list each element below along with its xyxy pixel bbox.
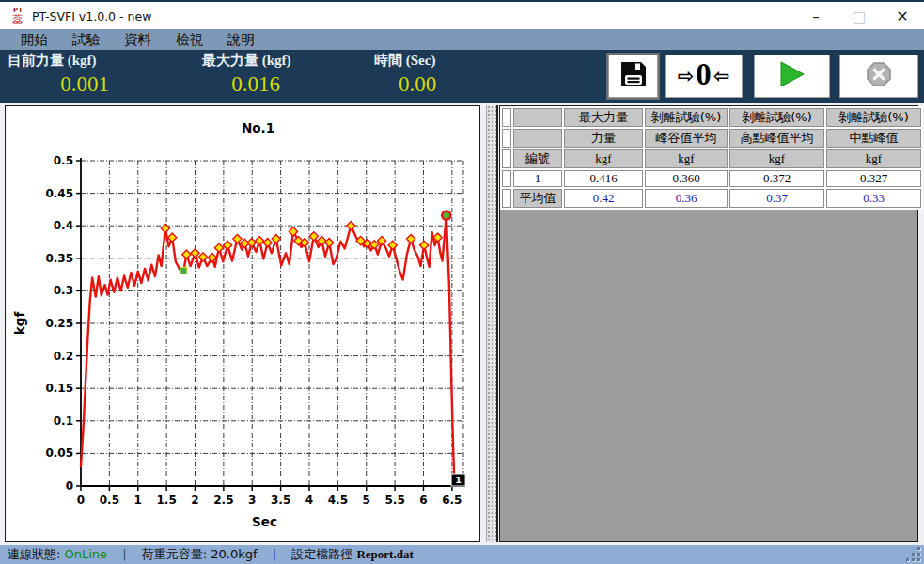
header-cell: 中點峰值: [826, 129, 921, 148]
unit-cell: kgf: [826, 149, 921, 168]
capacity-label: 荷重元容量:: [142, 547, 207, 561]
minimize-button[interactable]: –: [794, 4, 838, 30]
header-cell: [513, 108, 562, 127]
header-cell: 剝離試驗(%): [729, 108, 824, 127]
header-cell: 力量: [564, 129, 643, 148]
svg-text:6: 6: [419, 494, 427, 507]
svg-text:No.1: No.1: [242, 120, 274, 135]
resize-grip[interactable]: [906, 547, 920, 561]
time-label: 時間 (Sec): [374, 52, 435, 70]
max-force-label: 最大力量 (kgf): [202, 52, 291, 70]
results-panel: 最大力量 剝離試驗(%) 剝離試驗(%) 剝離試驗(%) 力量 峰谷值平均 高點…: [499, 105, 918, 542]
close-button[interactable]: ✕: [881, 4, 924, 30]
row-selector-cell: [502, 129, 511, 148]
save-button[interactable]: [608, 55, 658, 98]
arrow-left-icon: ⇦: [713, 67, 730, 86]
stop-octagon-icon: [866, 61, 892, 91]
header-cell: 剝離試驗(%): [645, 108, 728, 127]
unit-cell: kgf: [645, 149, 728, 168]
row-selector-cell[interactable]: [502, 189, 511, 208]
svg-text:0.5: 0.5: [54, 154, 73, 167]
results-table: 最大力量 剝離試驗(%) 剝離試驗(%) 剝離試驗(%) 力量 峰谷值平均 高點…: [500, 106, 923, 210]
svg-text:1: 1: [134, 494, 142, 507]
table-average-row: 平均值 0.42 0.36 0.37 0.33: [502, 189, 921, 208]
svg-text:0: 0: [66, 479, 73, 493]
panel-splitter[interactable]: [486, 105, 498, 542]
svg-text:0.4: 0.4: [54, 219, 73, 232]
header-cell: 高點峰值平均: [729, 129, 824, 148]
average-cell: 0.42: [564, 189, 643, 208]
row-selector-cell: [502, 149, 511, 168]
menu-item-help[interactable]: 說明: [215, 29, 267, 50]
play-icon: [779, 60, 806, 92]
menu-item-data[interactable]: 資料: [112, 29, 164, 50]
maximize-button[interactable]: □: [838, 4, 881, 30]
arrow-right-icon: ⇨: [678, 67, 695, 86]
average-cell: 0.36: [645, 189, 728, 208]
svg-text:4: 4: [305, 494, 313, 507]
svg-text:2.5: 2.5: [213, 494, 233, 507]
row-label: 平均值: [513, 189, 562, 208]
svg-text:6.5: 6.5: [442, 494, 462, 507]
status-separator: |: [273, 547, 276, 561]
svg-text:0.05: 0.05: [45, 446, 73, 460]
menu-item-start[interactable]: 開始: [8, 29, 60, 50]
menu-item-test[interactable]: 試驗: [60, 29, 112, 50]
app-icon-seal: 蕊: [8, 15, 27, 24]
average-cell: 0.37: [729, 189, 824, 208]
svg-text:kgf: kgf: [12, 312, 27, 336]
window-title: PT-SVFI v1.0.0 - new: [32, 9, 151, 24]
svg-text:1.5: 1.5: [156, 494, 176, 507]
svg-text:3: 3: [248, 494, 256, 507]
path-label: 設定檔路徑: [291, 547, 352, 561]
average-cell: 0.33: [826, 189, 921, 208]
svg-text:0: 0: [77, 494, 85, 507]
row-label: 1: [513, 170, 562, 187]
value-cell: 0.416: [564, 170, 643, 187]
unit-cell: kgf: [564, 149, 643, 168]
svg-text:0.45: 0.45: [45, 187, 73, 200]
svg-text:4.5: 4.5: [328, 494, 348, 507]
svg-text:0.5: 0.5: [100, 494, 119, 507]
path-value: Report.dat: [356, 547, 413, 561]
table-header-row-1: 最大力量 剝離試驗(%) 剝離試驗(%) 剝離試驗(%): [502, 108, 921, 127]
table-row: 1 0.416 0.360 0.372 0.327: [502, 170, 921, 187]
svg-text:5.5: 5.5: [384, 494, 404, 507]
current-force-label: 目前力量 (kgf): [8, 52, 97, 70]
zero-reset-button[interactable]: ⇨ 0 ⇦: [665, 55, 743, 98]
value-cell: 0.372: [729, 170, 824, 187]
menu-bar: 開始 試驗 資料 檢視 說明: [0, 29, 924, 50]
status-separator: |: [122, 547, 126, 561]
table-header-row-2: 力量 峰谷值平均 高點峰值平均 中點峰值: [502, 129, 921, 148]
svg-text:2: 2: [191, 494, 198, 507]
table-units-row: 編號 kgf kgf kgf kgf: [502, 149, 921, 168]
svg-text:0.35: 0.35: [45, 252, 73, 265]
svg-text:0.25: 0.25: [45, 317, 73, 330]
svg-text:Sec: Sec: [252, 514, 277, 529]
svg-text:0.1: 0.1: [54, 415, 73, 428]
capacity-value: 20.0kgf: [211, 547, 257, 561]
start-button[interactable]: [754, 55, 830, 98]
zero-digit: 0: [696, 59, 712, 90]
svg-text:3.5: 3.5: [271, 494, 290, 507]
unit-cell: kgf: [729, 149, 824, 168]
current-force-value: 0.001: [26, 72, 143, 97]
id-column-header: 編號: [513, 149, 562, 168]
title-bar: PT 蕊 PT-SVFI v1.0.0 - new – □ ✕: [0, 0, 924, 29]
row-selector-cell[interactable]: [502, 170, 511, 187]
row-selector-cell: [502, 108, 511, 127]
value-cell: 0.360: [645, 170, 728, 187]
connection-label: 連線狀態:: [8, 547, 60, 561]
status-bar: 連線狀態: OnLine | 荷重元容量: 20.0kgf | 設定檔路徑 Re…: [0, 544, 924, 564]
menu-item-view[interactable]: 檢視: [164, 29, 215, 50]
chart-panel: 00.050.10.150.20.250.30.350.40.450.500.5…: [5, 105, 480, 542]
header-cell: [513, 129, 562, 148]
svg-text:0.15: 0.15: [45, 382, 73, 395]
floppy-disk-icon: [619, 59, 649, 93]
svg-text:5: 5: [363, 494, 370, 507]
svg-text:0.2: 0.2: [54, 350, 73, 363]
force-time-chart: 00.050.10.150.20.250.30.350.40.450.500.5…: [6, 106, 479, 541]
header-cell: 峰谷值平均: [645, 129, 728, 148]
stop-button[interactable]: [839, 55, 918, 98]
svg-text:1: 1: [455, 475, 462, 485]
